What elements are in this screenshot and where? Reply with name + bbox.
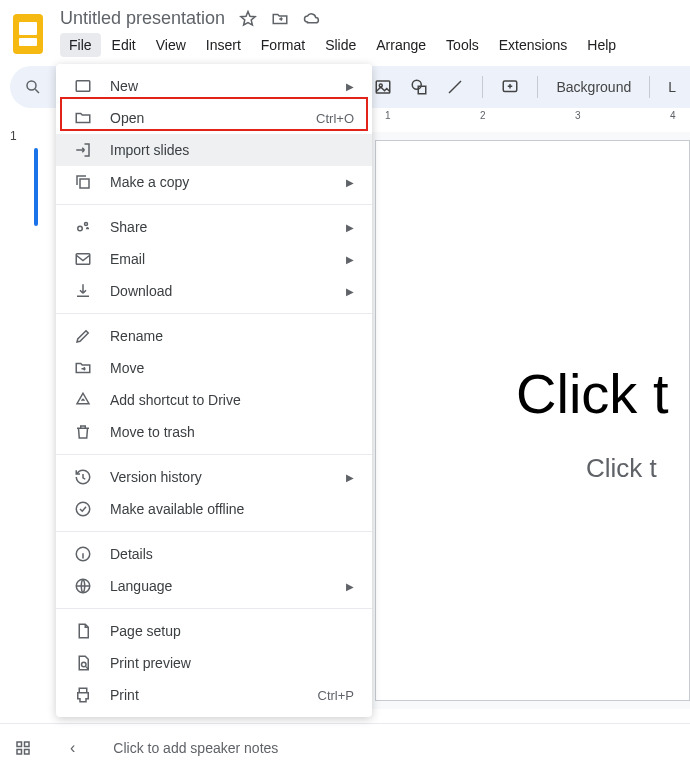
doc-title[interactable]: Untitled presentation [60,8,225,29]
svg-rect-11 [76,81,90,92]
folder-icon [74,109,92,127]
menu-item-move[interactable]: Move [56,352,372,384]
toolbar-separator [482,76,483,98]
menu-item-language[interactable]: Language ▶ [56,570,372,602]
shape-icon[interactable] [410,78,428,96]
submenu-arrow-icon: ▶ [346,472,354,483]
print-icon [74,686,92,704]
menu-separator [56,313,372,314]
menu-separator [56,608,372,609]
ruler-tick-label: 4 [670,110,676,121]
svg-rect-6 [377,81,391,93]
menu-item-rename[interactable]: Rename [56,320,372,352]
menu-item-label: Add shortcut to Drive [110,392,354,408]
menu-extensions[interactable]: Extensions [490,33,576,57]
menu-shortcut: Ctrl+O [316,111,354,126]
speaker-notes-placeholder[interactable]: Click to add speaker notes [113,740,278,756]
menu-item-label: Print preview [110,655,354,671]
drive-shortcut-icon [74,391,92,409]
menu-item-label: Open [110,110,316,126]
menu-item-label: Print [110,687,318,703]
globe-icon [74,577,92,595]
menu-item-email[interactable]: Email ▶ [56,243,372,275]
import-icon [74,141,92,159]
menu-item-make-copy[interactable]: Make a copy ▶ [56,166,372,198]
svg-point-8 [413,80,422,89]
menu-edit[interactable]: Edit [103,33,145,57]
menu-item-label: Details [110,546,354,562]
email-icon [74,250,92,268]
submenu-arrow-icon: ▶ [346,254,354,265]
share-icon [74,218,92,236]
slide-subtitle-placeholder[interactable]: Click t [586,453,657,484]
menu-separator [56,454,372,455]
menu-item-print-preview[interactable]: Print preview [56,647,372,679]
move-folder-icon[interactable] [271,10,289,28]
slide-title-placeholder[interactable]: Click t [516,361,668,426]
menu-item-details[interactable]: Details [56,538,372,570]
svg-rect-22 [17,749,22,754]
new-slide-icon [74,77,92,95]
cloud-icon[interactable] [303,10,321,28]
download-icon [74,282,92,300]
footer-bar: ‹ Click to add speaker notes [0,723,690,771]
layout-button[interactable]: L [668,79,676,95]
svg-point-0 [27,81,36,90]
menu-item-print[interactable]: Print Ctrl+P [56,679,372,711]
toolbar-separator [649,76,650,98]
ruler-tick-label: 2 [480,110,486,121]
menu-tools[interactable]: Tools [437,33,488,57]
submenu-arrow-icon: ▶ [346,286,354,297]
menu-arrange[interactable]: Arrange [367,33,435,57]
menu-view[interactable]: View [147,33,195,57]
background-button[interactable]: Background [556,79,631,95]
menu-item-label: Move [110,360,354,376]
menu-separator [56,531,372,532]
menu-format[interactable]: Format [252,33,314,57]
trash-icon [74,423,92,441]
menu-item-label: Move to trash [110,424,354,440]
chevron-left-icon[interactable]: ‹ [70,739,75,757]
search-icon[interactable] [24,78,42,96]
menu-help[interactable]: Help [578,33,625,57]
menu-item-offline[interactable]: Make available offline [56,493,372,525]
app-logo[interactable] [10,12,46,56]
ruler-tick-label: 1 [385,110,391,121]
svg-point-16 [76,502,90,516]
menu-item-label: Make a copy [110,174,346,190]
menu-item-version-history[interactable]: Version history ▶ [56,461,372,493]
pencil-icon [74,327,92,345]
svg-point-14 [85,223,88,226]
file-menu-dropdown: New ▶ Open Ctrl+O Import slides Make a c… [56,64,372,717]
menu-item-import-slides[interactable]: Import slides [56,134,372,166]
menu-item-label: Language [110,578,346,594]
info-icon [74,545,92,563]
comment-icon[interactable] [501,78,519,96]
menu-item-download[interactable]: Download ▶ [56,275,372,307]
menu-item-add-shortcut[interactable]: Add shortcut to Drive [56,384,372,416]
menu-slide[interactable]: Slide [316,33,365,57]
menu-separator [56,204,372,205]
menu-insert[interactable]: Insert [197,33,250,57]
menu-item-share[interactable]: Share ▶ [56,211,372,243]
menu-file[interactable]: File [60,33,101,57]
menu-item-trash[interactable]: Move to trash [56,416,372,448]
toolbar-separator [537,76,538,98]
page-setup-icon [74,622,92,640]
copy-icon [74,173,92,191]
submenu-arrow-icon: ▶ [346,222,354,233]
image-icon[interactable] [374,78,392,96]
print-preview-icon [74,654,92,672]
line-icon[interactable] [446,78,464,96]
slide-thumbnail[interactable] [34,148,38,226]
menu-item-page-setup[interactable]: Page setup [56,615,372,647]
menu-item-new[interactable]: New ▶ [56,70,372,102]
grid-view-icon[interactable] [14,739,32,757]
svg-rect-21 [25,742,30,747]
menu-item-label: Download [110,283,346,299]
star-icon[interactable] [239,10,257,28]
menu-item-open[interactable]: Open Ctrl+O [56,102,372,134]
header-bar: Untitled presentation File Edit View Ins… [0,0,690,57]
slide-canvas[interactable]: Click t Click t [375,140,690,701]
menubar: File Edit View Insert Format Slide Arran… [60,33,690,57]
